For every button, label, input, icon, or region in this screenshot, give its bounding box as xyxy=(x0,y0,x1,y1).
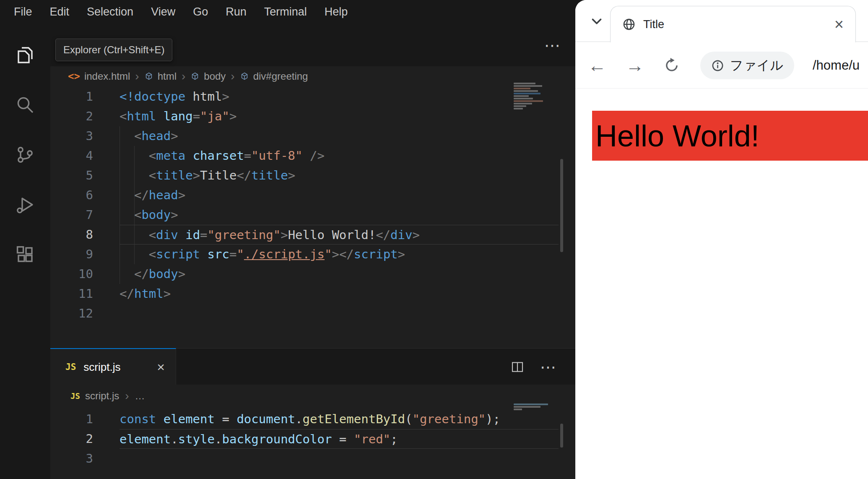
js-code-editor[interactable]: 1const element = document.getElementById… xyxy=(50,409,559,469)
tab-script-js[interactable]: JS script.js × xyxy=(50,348,176,385)
breadcrumb-body[interactable]: body xyxy=(204,70,226,82)
menu-file[interactable]: File xyxy=(5,5,41,18)
line-number: 9 xyxy=(50,245,93,264)
activity-source-control[interactable] xyxy=(0,130,50,180)
editor-more-actions-icon[interactable]: ⋯ xyxy=(544,24,561,66)
forward-button[interactable]: → xyxy=(624,42,646,89)
browser-tab[interactable]: Title × xyxy=(610,6,856,42)
line-number: 10 xyxy=(50,264,93,284)
code-line[interactable]: 7 <body> xyxy=(50,205,559,225)
menu-terminal[interactable]: Terminal xyxy=(255,5,316,18)
code-text: <script src="./script.js"></script> xyxy=(120,245,559,264)
editor-area: ⋯ <> index.html › html › body › div#gree… xyxy=(50,24,575,479)
breadcrumb-more[interactable]: … xyxy=(135,390,145,402)
chevron-right-icon: › xyxy=(134,70,140,83)
code-line[interactable]: 4 <meta charset="utf-8" /> xyxy=(50,146,559,166)
chevron-right-icon: › xyxy=(181,70,186,83)
menu-go[interactable]: Go xyxy=(184,5,217,18)
code-text: <body> xyxy=(120,205,559,225)
code-line[interactable]: 3 xyxy=(50,449,559,469)
activity-bar xyxy=(0,24,50,479)
code-text: <title>Title</title> xyxy=(120,166,559,185)
line-number: 1 xyxy=(50,409,93,429)
menu-view[interactable]: View xyxy=(142,5,184,18)
close-icon[interactable]: × xyxy=(834,16,844,32)
activity-search[interactable] xyxy=(0,80,50,130)
minimap[interactable] xyxy=(514,83,551,110)
breadcrumb-file[interactable]: index.html xyxy=(84,70,130,82)
code-line[interactable]: 6 </head> xyxy=(50,185,559,205)
code-line[interactable]: 2element.style.backgroundColor = "red"; xyxy=(50,429,559,449)
symbol-cube-icon xyxy=(190,72,200,81)
code-text: <meta charset="utf-8" /> xyxy=(120,146,559,166)
tab-label: script.js xyxy=(83,361,120,374)
address-bar[interactable]: /home/u xyxy=(813,42,860,89)
code-line[interactable]: 2<html lang="ja"> xyxy=(50,107,559,126)
breadcrumb-file[interactable]: script.js xyxy=(85,390,119,402)
hello-world-banner: Hello World! xyxy=(592,111,868,161)
code-line[interactable]: 1<!doctype html> xyxy=(50,87,559,107)
code-text: </head> xyxy=(120,185,559,205)
site-info-chip[interactable]: ファイル xyxy=(700,52,794,79)
line-number: 7 xyxy=(50,205,93,225)
breadcrumb-html[interactable]: html xyxy=(158,70,177,82)
url-text: /home/u xyxy=(813,58,860,73)
line-number: 5 xyxy=(50,166,93,185)
js-file-icon: JS xyxy=(70,391,80,401)
line-number: 2 xyxy=(50,107,93,126)
code-text: <head> xyxy=(120,126,559,146)
code-line[interactable]: 10 </body> xyxy=(50,264,559,284)
browser-window: Title × ← → ファイル /hom xyxy=(575,0,868,479)
breadcrumb-div-greeting[interactable]: div#greeting xyxy=(253,70,308,82)
scrollbar-thumb[interactable] xyxy=(560,159,563,252)
scrollbar-thumb[interactable] xyxy=(560,424,563,448)
panel-actions: ⋯ xyxy=(511,349,557,385)
code-line[interactable]: 8 <div id="greeting">Hello World!</div> xyxy=(50,225,559,245)
menu-run[interactable]: Run xyxy=(217,5,255,18)
code-text xyxy=(120,449,559,469)
code-text: <div id="greeting">Hello World!</div> xyxy=(120,225,559,245)
line-number: 1 xyxy=(50,87,93,107)
code-line[interactable]: 5 <title>Title</title> xyxy=(50,166,559,185)
code-line[interactable]: 11</html> xyxy=(50,284,559,304)
code-line[interactable]: 1const element = document.getElementById… xyxy=(50,409,559,429)
line-number: 11 xyxy=(50,284,93,304)
code-line[interactable]: 9 <script src="./script.js"></script> xyxy=(50,245,559,264)
code-text: <html lang="ja"> xyxy=(120,107,559,126)
code-line[interactable]: 12 xyxy=(50,304,559,323)
split-editor-icon[interactable] xyxy=(511,360,524,374)
panel-breadcrumb: JS script.js › … xyxy=(50,385,575,407)
tab-close-icon[interactable]: × xyxy=(157,360,165,374)
line-number: 3 xyxy=(50,449,93,469)
code-text xyxy=(120,304,559,323)
menu-edit[interactable]: Edit xyxy=(41,5,78,18)
html-code-editor[interactable]: 1<!doctype html>2<html lang="ja">3 <head… xyxy=(50,87,559,323)
menu-help[interactable]: Help xyxy=(316,5,357,18)
back-arrow-icon: ← xyxy=(588,55,606,76)
more-actions-icon[interactable]: ⋯ xyxy=(540,358,557,376)
panel-tab-strip: JS script.js × ⋯ xyxy=(50,348,575,385)
tab-search-button[interactable] xyxy=(586,11,607,32)
back-button[interactable]: ← xyxy=(586,42,608,89)
menu-selection[interactable]: Selection xyxy=(78,5,142,18)
code-line[interactable]: 3 <head> xyxy=(50,126,559,146)
line-number: 2 xyxy=(50,429,93,449)
explorer-tooltip: Explorer (Ctrl+Shift+E) xyxy=(55,39,172,61)
vscode-window: File Edit Selection View Go Run Terminal… xyxy=(0,0,575,479)
minimap[interactable] xyxy=(514,404,551,411)
search-icon xyxy=(15,95,35,115)
hello-world-text: Hello World! xyxy=(595,119,759,153)
activity-run-debug[interactable] xyxy=(0,180,50,229)
line-number: 3 xyxy=(50,126,93,146)
activity-extensions[interactable] xyxy=(0,229,50,279)
screen: File Edit Selection View Go Run Terminal… xyxy=(0,0,868,479)
code-text: </body> xyxy=(120,264,559,284)
activity-explorer[interactable] xyxy=(0,30,50,80)
code-text: <!doctype html> xyxy=(120,87,559,107)
chip-label: ファイル xyxy=(730,57,783,74)
extensions-icon xyxy=(15,245,35,265)
tab-title: Title xyxy=(643,18,664,31)
reload-button[interactable] xyxy=(660,42,683,89)
chevron-right-icon: › xyxy=(230,70,235,83)
browser-toolbar: ← → ファイル /home/u xyxy=(575,42,868,89)
